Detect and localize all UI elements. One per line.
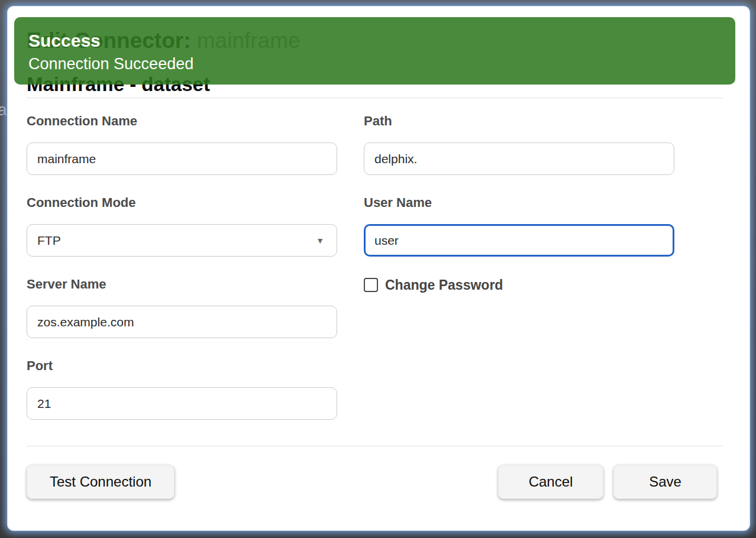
success-toast: Success Connection Succeeded xyxy=(14,17,735,85)
field-server-name: Server Name xyxy=(27,276,337,338)
background-page-text-fragment: a xyxy=(0,101,7,119)
field-user-name: User Name xyxy=(364,195,674,257)
port-label: Port xyxy=(27,358,337,374)
save-button[interactable]: Save xyxy=(613,465,717,499)
field-connection-mode: Connection Mode FTP ▼ xyxy=(27,195,337,257)
user-name-label: User Name xyxy=(364,195,674,211)
connector-form: Connection Name Path Connection Mode FTP… xyxy=(27,113,723,420)
change-password-checkbox[interactable] xyxy=(364,278,378,292)
dialog-footer: Test Connection Cancel Save xyxy=(27,465,723,499)
server-name-input[interactable] xyxy=(27,306,337,338)
port-input[interactable] xyxy=(27,387,337,420)
cancel-button[interactable]: Cancel xyxy=(498,465,603,499)
toast-message: Connection Succeeded xyxy=(28,54,735,74)
change-password-label: Change Password xyxy=(385,277,503,293)
field-empty xyxy=(364,358,674,420)
field-path: Path xyxy=(364,113,674,175)
edit-connector-dialog: Success Connection Succeeded Edit Connec… xyxy=(8,7,749,530)
dropdown-arrow-icon: ▼ xyxy=(316,236,324,245)
path-label: Path xyxy=(364,113,674,129)
field-port: Port xyxy=(27,358,337,420)
connection-mode-selected-value: FTP xyxy=(37,234,61,248)
path-input[interactable] xyxy=(364,142,674,175)
footer-divider xyxy=(27,446,723,446)
field-connection-name: Connection Name xyxy=(27,113,337,175)
connection-mode-select[interactable]: FTP ▼ xyxy=(27,224,337,257)
user-name-input[interactable] xyxy=(364,224,674,257)
connection-name-input[interactable] xyxy=(27,142,337,175)
toast-title: Success xyxy=(28,31,735,50)
server-name-label: Server Name xyxy=(27,276,337,293)
test-connection-button[interactable]: Test Connection xyxy=(27,465,175,499)
connection-name-label: Connection Name xyxy=(27,113,337,129)
change-password-row: Change Password xyxy=(364,277,674,293)
field-change-password: Change Password xyxy=(364,276,674,338)
connection-mode-label: Connection Mode xyxy=(27,195,337,211)
